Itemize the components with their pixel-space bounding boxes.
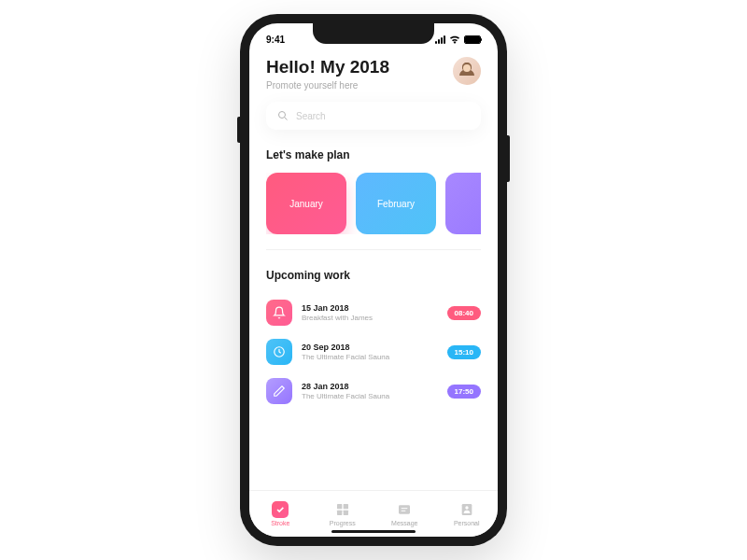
battery-icon: [464, 35, 481, 44]
notch: [313, 23, 434, 44]
main-content: Hello! My 2018 Promote yourself here Let…: [249, 49, 498, 490]
tab-personal[interactable]: Personal: [436, 491, 499, 537]
svg-point-1: [463, 64, 471, 72]
time-badge: 08:40: [447, 306, 481, 320]
wifi-icon: [449, 35, 460, 44]
month-cards[interactable]: January February M: [266, 173, 481, 234]
time-badge: 15:10: [447, 345, 481, 359]
plan-title: Let's make plan: [266, 148, 481, 161]
pencil-icon: [266, 378, 292, 404]
message-icon: [396, 501, 413, 518]
month-card-january[interactable]: January: [266, 173, 346, 234]
divider: [266, 249, 481, 250]
bell-icon: [266, 300, 292, 326]
search-icon: [277, 110, 289, 121]
page-title: Hello! My 2018: [266, 57, 389, 77]
svg-rect-6: [343, 504, 347, 509]
svg-rect-12: [461, 504, 472, 515]
status-time: 9:41: [266, 35, 285, 45]
avatar[interactable]: [453, 57, 481, 85]
header: Hello! My 2018 Promote yourself here: [266, 57, 481, 91]
item-date: 15 Jan 2018: [302, 303, 438, 313]
month-card-march[interactable]: M: [445, 173, 481, 234]
item-desc: Breakfast with James: [302, 314, 438, 322]
tab-stroke[interactable]: Stroke: [249, 491, 312, 537]
checkmark-icon: [272, 501, 289, 518]
list-item[interactable]: 28 Jan 2018 The Ultimate Facial Sauna 17…: [266, 371, 481, 411]
list-item[interactable]: 15 Jan 2018 Breakfast with James 08:40: [266, 293, 481, 332]
time-badge: 17:50: [447, 385, 481, 399]
svg-point-13: [465, 506, 468, 509]
phone-frame: 9:41 Hello! My 2018 Promote yourself her…: [240, 14, 507, 546]
tab-label: Personal: [454, 520, 480, 526]
svg-rect-8: [343, 511, 347, 515]
upcoming-title: Upcoming work: [266, 269, 481, 282]
item-desc: The Ultimate Facial Sauna: [302, 353, 438, 361]
search-input[interactable]: [296, 111, 470, 121]
tab-label: Message: [391, 520, 417, 526]
clock-icon: [266, 339, 292, 365]
grid-icon: [334, 501, 351, 518]
svg-rect-7: [337, 511, 342, 515]
tab-label: Progress: [330, 520, 356, 526]
person-icon: [458, 501, 475, 518]
item-desc: The Ultimate Facial Sauna: [302, 392, 438, 400]
upcoming-list: 15 Jan 2018 Breakfast with James 08:40 2…: [266, 293, 481, 411]
status-icons: [435, 35, 481, 44]
svg-rect-9: [399, 505, 410, 513]
svg-line-3: [285, 118, 288, 120]
svg-rect-5: [337, 504, 342, 509]
signal-icon: [435, 35, 445, 44]
svg-point-2: [279, 112, 286, 119]
list-item[interactable]: 20 Sep 2018 The Ultimate Facial Sauna 15…: [266, 332, 481, 371]
tab-label: Stroke: [271, 520, 289, 526]
item-date: 28 Jan 2018: [302, 382, 438, 391]
search-box[interactable]: [266, 102, 481, 130]
screen: 9:41 Hello! My 2018 Promote yourself her…: [249, 23, 498, 537]
item-date: 20 Sep 2018: [302, 343, 438, 352]
home-indicator[interactable]: [331, 530, 416, 533]
month-card-february[interactable]: February: [356, 173, 436, 234]
page-subtitle: Promote yourself here: [266, 80, 389, 91]
